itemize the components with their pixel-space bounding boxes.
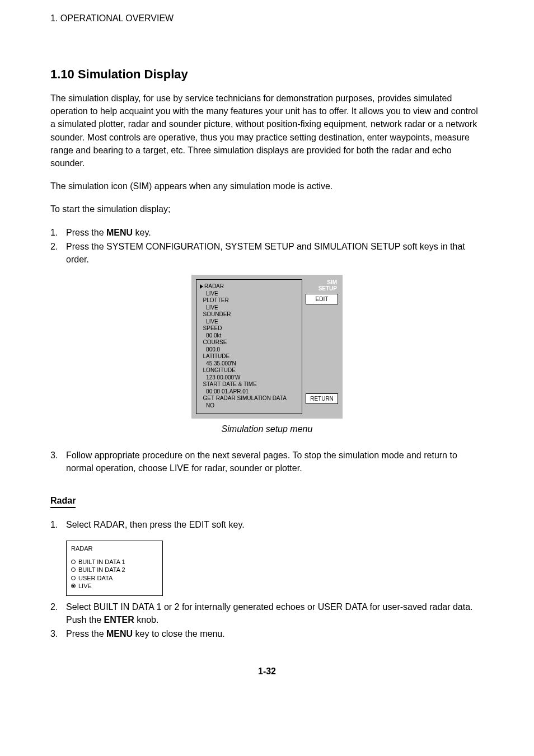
sim-value: 45 35.000'N [200,360,298,368]
page-header: 1. OPERATIONAL OVERVIEW [50,13,484,24]
paragraph-1: The simulation display, for use by servi… [50,92,484,170]
sim-value: 00.0kt [200,332,298,340]
section-title: 1.10 Simulation Display [50,67,484,82]
paragraph-2: The simulation icon (SIM) appears when a… [50,180,484,192]
step-text: Press the [66,228,106,237]
sim-row-course[interactable]: COURSE [200,339,298,346]
radio-label: BUILT IN DATA 2 [78,566,125,574]
radio-checked-icon [71,584,76,588]
step-list-a: 1. Press the MENU key. 2. Press the SYST… [50,226,484,266]
sim-item-label: RADAR [204,283,224,289]
radar-option-live[interactable]: LIVE [71,582,158,590]
radio-label: LIVE [78,582,92,590]
simulation-setup-panel: RADAR LIVE PLOTTER LIVE SOUNDER LIVE SPE… [191,275,343,419]
radar-step-1: 1. Select RADAR, then press the EDIT sof… [50,518,484,531]
radio-label: BUILT IN DATA 1 [78,558,125,566]
step-text: Select RADAR, then press the EDIT soft k… [66,518,484,531]
step-b-3: 3. Follow appropriate procedure on the n… [50,449,484,475]
sim-value: 00:00 01.APR.01 [200,388,298,396]
sim-row-getradar[interactable]: GET RADAR SIMULATION DATA [200,395,298,402]
step-text: Press the [66,629,106,638]
step-a-1: 1. Press the MENU key. [50,226,484,239]
menu-key-label: MENU [106,629,133,638]
step-number: 2. [50,240,66,266]
sim-row-plotter[interactable]: PLOTTER [200,297,298,304]
sim-value: LIVE [200,290,298,298]
step-text: Follow appropriate procedure on the next… [66,449,484,475]
radar-step-list: 1. Select RADAR, then press the EDIT sof… [50,518,484,531]
radio-unchecked-icon [71,576,76,580]
step-number: 3. [50,627,66,640]
radio-unchecked-icon [71,567,76,572]
menu-key-label: MENU [106,228,133,237]
radar-step-3: 3. Press the MENU key to close the menu. [50,627,484,640]
enter-knob-label: ENTER [104,615,134,624]
sim-value: LIVE [200,318,298,326]
radio-label: USER DATA [78,574,113,582]
radar-box-title: RADAR [71,544,158,552]
step-text: key. [133,228,151,237]
sim-value: NO [200,402,298,410]
radar-option-builtin1[interactable]: BUILT IN DATA 1 [71,558,158,566]
step-number: 1. [50,518,66,531]
panel-title-line: SETUP [306,285,337,292]
simulation-list: RADAR LIVE PLOTTER LIVE SOUNDER LIVE SPE… [196,279,302,414]
sim-row-speed[interactable]: SPEED [200,325,298,332]
sim-row-sounder[interactable]: SOUNDER [200,311,298,318]
step-number: 3. [50,449,66,475]
panel-title: SIM SETUP [306,279,338,292]
step-number: 1. [50,226,66,239]
sim-row-longitude[interactable]: LONGITUDE [200,367,298,374]
sim-value: LIVE [200,304,298,312]
radio-unchecked-icon [71,560,76,564]
cursor-arrow-icon [200,284,203,289]
figure-caption: Simulation setup menu [50,424,484,434]
page-number: 1-32 [50,666,484,677]
sim-row-radar[interactable]: RADAR [200,283,298,290]
panel-title-line: SIM [306,279,337,285]
step-text: Press the SYSTEM CONFIGURATION, SYSTEM S… [66,240,484,266]
step-list-b: 3. Follow appropriate procedure on the n… [50,449,484,475]
step-text: knob. [134,615,159,624]
step-text: key to close the menu. [133,629,225,638]
radar-option-userdata[interactable]: USER DATA [71,574,158,582]
step-number: 2. [50,600,66,626]
radar-option-box: RADAR BUILT IN DATA 1 BUILT IN DATA 2 US… [66,541,163,596]
sim-row-latitude[interactable]: LATITUDE [200,353,298,360]
sim-value: 123 00.000'W [200,374,298,382]
radar-step-2: 2. Select BUILT IN DATA 1 or 2 for inter… [50,600,484,626]
return-softkey[interactable]: RETURN [306,393,338,404]
step-a-2: 2. Press the SYSTEM CONFIGURATION, SYSTE… [50,240,484,266]
radar-step-list-cont: 2. Select BUILT IN DATA 1 or 2 for inter… [50,600,484,641]
radar-option-builtin2[interactable]: BUILT IN DATA 2 [71,566,158,574]
sim-row-startdate[interactable]: START DATE & TIME [200,381,298,388]
paragraph-3: To start the simulation display; [50,203,484,215]
edit-softkey[interactable]: EDIT [306,294,338,304]
subheading-radar: Radar [50,496,76,508]
sim-value: 000.0 [200,346,298,354]
